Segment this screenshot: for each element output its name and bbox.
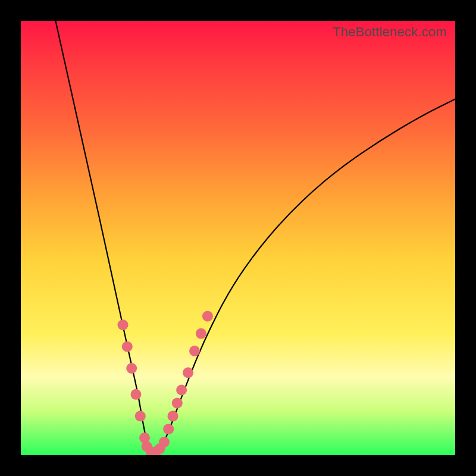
- data-marker: [202, 311, 213, 321]
- data-marker: [168, 411, 178, 421]
- data-marker: [131, 389, 142, 400]
- data-marker: [189, 346, 200, 356]
- chart-svg: [21, 21, 455, 455]
- data-marker: [176, 385, 187, 396]
- data-marker: [163, 424, 174, 434]
- chart-frame: TheBottleneck.com: [0, 0, 476, 476]
- data-marker: [159, 437, 170, 447]
- curve-path: [55, 21, 455, 453]
- data-marker: [196, 328, 206, 339]
- data-marker: [172, 397, 183, 408]
- data-marker: [122, 342, 133, 352]
- data-marker: [118, 320, 129, 330]
- data-marker: [126, 363, 137, 374]
- data-marker: [183, 367, 193, 378]
- data-marker: [135, 411, 146, 421]
- plot-area: TheBottleneck.com: [21, 21, 455, 455]
- marker-group: [118, 311, 213, 455]
